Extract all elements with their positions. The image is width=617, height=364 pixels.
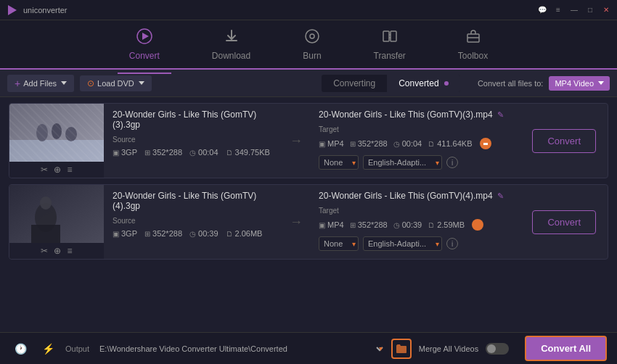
target-res-icon: ⊞	[350, 140, 356, 148]
svg-rect-17	[31, 225, 60, 243]
close-button[interactable]: ✕	[601, 5, 611, 15]
svg-point-4	[310, 34, 314, 38]
svg-marker-0	[8, 5, 17, 15]
convert-icon	[136, 28, 152, 48]
title-bar-controls: 💬 ≡ — □ ✕	[537, 5, 611, 15]
plus-icon: +	[15, 78, 20, 89]
maximize-button[interactable]: □	[585, 5, 595, 15]
edit-icon-2[interactable]: ✎	[497, 191, 504, 201]
format-dropdown-wrapper: MP4 Video	[549, 76, 610, 91]
source-format-1: ▣ 3GP	[113, 148, 137, 157]
source-filename-2: 20-Wonder Girls - Like This (GomTV)(4).3…	[113, 191, 274, 211]
transfer-icon	[382, 28, 398, 48]
svg-point-13	[65, 127, 77, 141]
source-resolution-1: ⊞ 352*288	[144, 148, 182, 157]
target-label-1: Target	[319, 125, 512, 133]
nav-convert[interactable]: Convert	[118, 22, 171, 67]
arrow-icon-2: →	[290, 215, 303, 230]
arrow-area-2: →	[282, 185, 310, 259]
target-resolution-1: ⊞ 352*288	[350, 139, 388, 148]
svg-point-16	[40, 197, 52, 210]
target-size-icon-2: 🗋	[428, 221, 435, 229]
bottom-bar: 🕐 ⚡ Output E:\Wondershare Video Converte…	[0, 332, 617, 364]
duration-icon: ◷	[189, 149, 196, 157]
merge-toggle[interactable]	[486, 343, 509, 355]
tab-dot-icon	[444, 81, 449, 86]
output-path-select[interactable]: E:\Wondershare Video Converter Ultimate\…	[97, 344, 385, 354]
target-meta-row-2: ▣ MP4 ⊞ 352*288 ◷ 00:39 🗋 2.59MB	[319, 219, 512, 231]
info-button-2[interactable]: i	[446, 238, 458, 249]
source-size-2: 🗋 2.06MB	[226, 229, 263, 238]
arrow-icon-1: →	[290, 133, 303, 149]
convert-all-button[interactable]: Convert All	[525, 336, 607, 361]
folder-button[interactable]	[391, 339, 412, 359]
language-select-wrapper-2: English-Adapti...	[363, 236, 442, 251]
bolt-icon[interactable]: ⚡	[38, 339, 58, 359]
nav-toolbox[interactable]: Toolbox	[446, 22, 499, 67]
target-filename-2: 20-Wonder Girls - Like This (GomTV)(4).m…	[319, 191, 493, 201]
tab-converting[interactable]: Converting	[322, 75, 387, 92]
tab-converted[interactable]: Converted	[387, 75, 460, 92]
target-format-icon-2: ▣	[319, 221, 325, 229]
language-select-wrapper-1: English-Adapti...	[363, 155, 442, 170]
load-dvd-chevron-icon	[139, 81, 144, 85]
convert-button-1[interactable]: Convert	[532, 129, 596, 153]
subtitle-select-2[interactable]: None	[319, 236, 359, 251]
target-duration-1: ◷ 00:04	[393, 139, 422, 148]
svg-rect-6	[391, 31, 396, 41]
target-dropdowns-2: None English-Adapti... i	[319, 236, 512, 251]
nav-burn[interactable]: Burn	[291, 22, 332, 67]
scissors-icon-2[interactable]: ✂	[41, 246, 48, 256]
target-filename-row-1: 20-Wonder Girls - Like This (GomTV)(3).m…	[319, 109, 512, 120]
adjust-icon-2[interactable]: ⊕	[54, 246, 61, 256]
add-files-label: Add Files	[23, 79, 57, 88]
add-files-chevron-icon	[61, 81, 67, 85]
adjust-icon[interactable]: ⊕	[54, 165, 61, 175]
edit-icon-1[interactable]: ✎	[497, 110, 504, 120]
nav-download-label: Download	[212, 51, 250, 61]
scissors-icon[interactable]: ✂	[41, 165, 48, 175]
target-area-2: 20-Wonder Girls - Like This (GomTV)(4).m…	[310, 185, 520, 259]
nav-transfer[interactable]: Transfer	[362, 22, 417, 67]
resolution-icon: ⊞	[144, 149, 150, 157]
toolbox-icon	[465, 28, 481, 48]
title-bar-left: uniconverter	[6, 4, 68, 17]
format-chevron-icon	[598, 81, 604, 85]
svg-rect-5	[383, 31, 389, 41]
thumbnail-2: ✂ ⊕ ≡	[9, 185, 104, 259]
load-dvd-button[interactable]: ⊙ Load DVD	[80, 75, 152, 91]
nav-download[interactable]: Download	[200, 22, 262, 67]
source-label-1: Source	[113, 136, 274, 144]
convert-all-files-to-label: Convert all files to:	[478, 79, 543, 88]
settings-icon-2[interactable]: ≡	[67, 246, 72, 256]
convert-btn-area-1: Convert	[520, 104, 608, 178]
duration-icon-2: ◷	[189, 230, 196, 238]
menu-icon[interactable]: ≡	[553, 5, 563, 15]
subtitle-select-1[interactable]: None	[319, 155, 359, 170]
toolbar: + Add Files ⊙ Load DVD Converting Conver…	[0, 70, 617, 97]
thumbnail-image-2	[9, 185, 104, 243]
file-item: ✂ ⊕ ≡ 20-Wonder Girls - Like This (GomTV…	[9, 103, 608, 178]
size-icon: 🗋	[226, 149, 233, 157]
target-dur-icon: ◷	[393, 140, 400, 148]
clock-icon[interactable]: 🕐	[10, 339, 30, 359]
info-button-1[interactable]: i	[446, 157, 458, 168]
settings-icon[interactable]: ≡	[67, 165, 72, 175]
subtitle-select-wrapper-1: None	[319, 155, 359, 170]
merge-videos-label: Merge All Videos	[419, 344, 478, 353]
language-select-2[interactable]: English-Adapti...	[363, 236, 442, 251]
thumbnail-1: ✂ ⊕ ≡	[9, 104, 104, 178]
svg-rect-9	[9, 104, 104, 162]
source-label-2: Source	[113, 217, 274, 225]
target-dropdowns-1: None English-Adapti... i	[319, 155, 512, 170]
minimize-button[interactable]: —	[569, 5, 579, 15]
format-select-button[interactable]: MP4 Video	[549, 76, 610, 91]
add-files-button[interactable]: + Add Files	[7, 75, 74, 92]
size-icon-2: 🗋	[226, 230, 233, 238]
convert-button-2[interactable]: Convert	[532, 210, 596, 234]
language-select-1[interactable]: English-Adapti...	[363, 155, 442, 170]
file-info-1: 20-Wonder Girls - Like This (GomTV)(3).3…	[104, 104, 282, 178]
message-icon[interactable]: 💬	[537, 5, 547, 15]
nav-transfer-label: Transfer	[374, 51, 406, 61]
target-duration-2: ◷ 00:39	[393, 220, 422, 229]
